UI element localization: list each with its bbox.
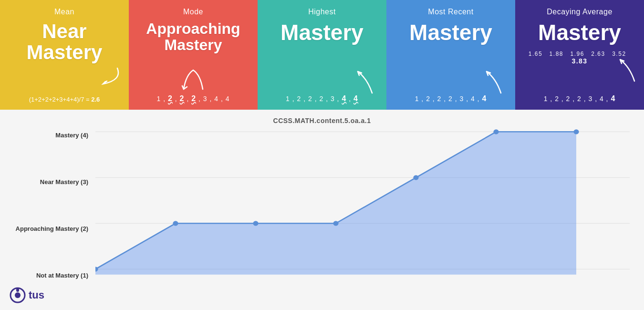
svg-rect-6 (16, 288, 19, 292)
svg-point-5 (15, 292, 21, 298)
chart-point-5 (493, 129, 499, 134)
chart-section: CCSS.MATH.content.5.oa.a.1 Mastery (4) N… (0, 110, 644, 310)
most-recent-arrow-icon (472, 69, 506, 95)
logo-area: tus (10, 287, 44, 303)
chart-point-1 (173, 221, 178, 226)
panel-mean-label: Mean (54, 8, 74, 16)
mean-arrow-icon (93, 66, 122, 85)
y-label-not-at-mastery: Not at Mastery (1) (10, 272, 88, 279)
chart-point-4 (413, 175, 418, 180)
panel-most-recent-value: Mastery (409, 21, 492, 44)
chart-point-3 (333, 221, 338, 226)
y-label-mastery: Mastery (4) (10, 132, 88, 139)
y-axis: Mastery (4) Near Mastery (3) Approaching… (0, 127, 95, 296)
panel-decaying-label: Decaying Average (547, 8, 613, 16)
panel-mean-sub: (1+2+2+2+3+4+4)/7 = 2.6 (29, 92, 100, 103)
chart-svg (95, 127, 630, 279)
mode-arrow-icon (179, 68, 208, 92)
top-panels: Mean NearMastery (1+2+2+2+3+4+4)/7 = 2.6… (0, 0, 644, 110)
chart-container: Mastery (4) Near Mastery (3) Approaching… (0, 127, 644, 296)
panel-mode: Mode ApproachingMastery 1 , 2 , 2 , 2 , … (129, 0, 258, 110)
chart-title: CCSS.MATH.content.5.oa.a.1 (0, 114, 644, 124)
panel-decaying-value: Mastery (538, 21, 621, 44)
panel-decaying-seq: 1 , 2 , 2 , 2 , 3 , 4 , 4 (544, 93, 616, 103)
panel-mode-label: Mode (183, 8, 203, 16)
panel-highest-label: Highest (308, 8, 336, 16)
panel-most-recent-label: Most Recent (428, 8, 473, 16)
chart-area-fill (95, 132, 576, 274)
chart-point-6 (573, 129, 579, 134)
y-label-approaching: Approaching Mastery (2) (10, 225, 88, 233)
logo-text: tus (29, 289, 44, 301)
y-label-near-mastery: Near Mastery (3) (10, 178, 88, 186)
panel-highest-value: Mastery (280, 21, 364, 44)
panel-mean-value: NearMastery (27, 21, 103, 63)
panel-highest: Highest Mastery 1 , 2 , 2 , 2 , 3 , 4 , … (258, 0, 386, 110)
chart-area (95, 127, 630, 296)
decaying-arrow-icon (606, 57, 639, 83)
panel-most-recent: Most Recent Mastery 1 , 2 , 2 , 2 , 3 , … (386, 0, 515, 110)
otus-logo-icon (10, 287, 26, 303)
panel-decaying: Decaying Average Mastery 1.65 1.88 1.96 … (515, 0, 644, 110)
panel-mean: Mean NearMastery (1+2+2+2+3+4+4)/7 = 2.6 (0, 0, 129, 110)
chart-point-2 (253, 221, 258, 226)
highest-arrow-icon (343, 69, 377, 95)
panel-mode-value: ApproachingMastery (146, 21, 240, 53)
